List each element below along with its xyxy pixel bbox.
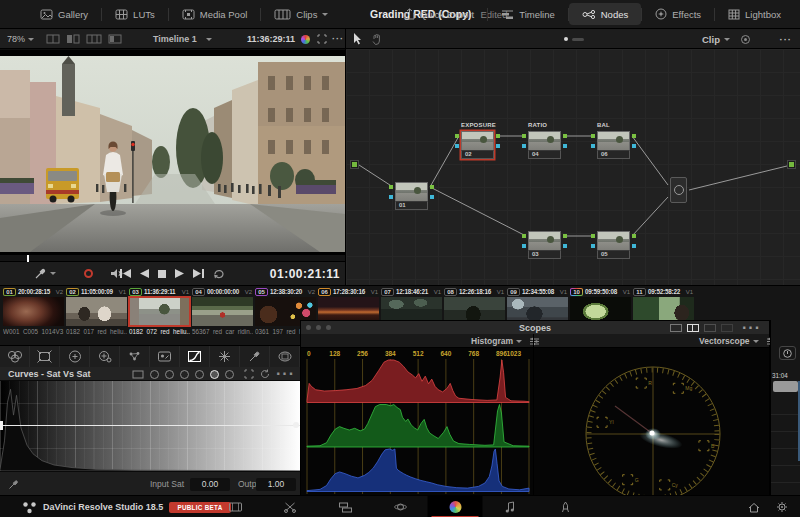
keyframe-info-button[interactable] <box>779 346 796 360</box>
magic-mask-tab[interactable] <box>150 346 180 367</box>
page-media[interactable] <box>208 496 263 517</box>
node-output-port[interactable] <box>563 234 567 238</box>
viewer-wipe-icons[interactable] <box>46 29 122 49</box>
node-mask-input-port[interactable] <box>591 144 595 148</box>
page-edit[interactable] <box>318 496 373 517</box>
expand-panel-icon[interactable] <box>244 369 254 379</box>
node-graph[interactable]: 01EXPOSURE02RATIO04BAL060305 <box>345 49 800 285</box>
sizing-tab[interactable] <box>30 346 60 367</box>
vectorscope-select[interactable]: Vectorscope <box>699 334 777 348</box>
node-mask-input-port[interactable] <box>591 244 595 248</box>
grab-still-button[interactable] <box>34 262 56 285</box>
node-mask-output-port[interactable] <box>563 244 567 248</box>
graph-input-node[interactable] <box>350 160 359 169</box>
page-cut[interactable] <box>263 496 318 517</box>
curve-left-handle[interactable] <box>0 421 3 430</box>
stop-button[interactable] <box>158 270 166 278</box>
clip-03[interactable]: 0311:36:29:11V10182_072_red_heliu... <box>129 287 190 335</box>
prev-clip-button[interactable] <box>120 269 131 278</box>
luts-button[interactable]: LUTs <box>102 0 168 28</box>
node-cache-icon[interactable] <box>740 34 751 45</box>
scopes-titlebar[interactable]: Scopes ··· <box>301 321 769 334</box>
color-wheels-tab[interactable] <box>0 346 30 367</box>
power-window-tab[interactable] <box>270 346 300 367</box>
hue-vs-hue-icon[interactable] <box>150 370 159 379</box>
viewer-options-menu[interactable]: ··· <box>332 29 344 49</box>
expand-viewer-icon[interactable] <box>317 29 327 49</box>
quick-export-button[interactable]: Quick Export <box>391 0 487 28</box>
single-scope-layout[interactable] <box>670 324 682 332</box>
node-output-port[interactable] <box>632 134 636 138</box>
node-mask-output-port[interactable] <box>632 244 636 248</box>
hdr-tab[interactable] <box>90 346 120 367</box>
project-manager-button[interactable] <box>748 496 760 517</box>
timeline-selector[interactable]: Timeline 1 <box>153 29 212 49</box>
highlight-toggle[interactable] <box>84 262 93 285</box>
input-sat-field[interactable]: 0.00 <box>190 472 230 496</box>
node-02[interactable]: EXPOSURE02 <box>461 131 494 159</box>
node-04[interactable]: RATIO04 <box>528 131 561 159</box>
node-06[interactable]: BAL06 <box>597 131 630 159</box>
graph-output-node[interactable] <box>787 160 796 169</box>
viewer-timecode[interactable]: 11:36:29:11 <box>247 29 308 49</box>
clip-04[interactable]: 0400:00:00:00V256367_red_car_ridin... <box>192 287 253 335</box>
tracker-tab[interactable] <box>120 346 150 367</box>
clip-thumbnail[interactable] <box>192 297 253 326</box>
node-mask-input-port[interactable] <box>455 144 459 148</box>
page-deliver[interactable] <box>538 496 593 517</box>
sat-vs-lum-icon[interactable] <box>225 370 234 379</box>
node-input-port[interactable] <box>389 185 393 189</box>
clip-thumbnail[interactable] <box>129 297 190 326</box>
node-01[interactable]: 01 <box>395 182 428 210</box>
custom-curve-icon[interactable] <box>132 370 144 379</box>
histogram-select[interactable]: Histogram <box>471 334 540 348</box>
curve-eyedropper[interactable] <box>8 472 19 496</box>
viewer-video[interactable] <box>0 50 345 255</box>
keyframe-scroll-thumb[interactable] <box>773 381 798 392</box>
viewer-jog-bar[interactable] <box>0 255 345 262</box>
node-output-port[interactable] <box>496 134 500 138</box>
curve-line[interactable] <box>0 425 300 426</box>
node-output-port[interactable] <box>632 234 636 238</box>
dual-scope-layout[interactable] <box>687 324 699 332</box>
node-mode-select[interactable]: Clip <box>702 29 751 49</box>
graph-scroll-indicator[interactable] <box>564 29 584 49</box>
effects-button[interactable]: Effects <box>642 0 714 28</box>
sat-vs-sat-icon[interactable] <box>210 370 219 379</box>
qualifier-tab[interactable] <box>240 346 270 367</box>
nodes-button[interactable]: Nodes <box>569 3 641 25</box>
next-clip-button[interactable] <box>193 269 204 278</box>
color-match-tab[interactable] <box>60 346 90 367</box>
page-fusion[interactable] <box>373 496 428 517</box>
node-mask-input-port[interactable] <box>389 195 393 199</box>
node-mask-input-port[interactable] <box>522 144 526 148</box>
curves-tab[interactable] <box>180 346 210 367</box>
node-mask-output-port[interactable] <box>430 195 434 199</box>
clip-thumbnail[interactable] <box>66 297 127 326</box>
page-fairlight[interactable] <box>483 496 538 517</box>
node-input-port[interactable] <box>522 234 526 238</box>
hue-vs-sat-icon[interactable] <box>165 370 174 379</box>
lum-vs-sat-icon[interactable] <box>195 370 204 379</box>
project-settings-button[interactable] <box>776 496 788 517</box>
node-input-port[interactable] <box>591 234 595 238</box>
node-output-port[interactable] <box>430 185 434 189</box>
hue-vs-lum-icon[interactable] <box>180 370 189 379</box>
histogram-settings-icon[interactable] <box>529 337 540 346</box>
timeline-button[interactable]: Timeline <box>488 0 568 28</box>
node-03[interactable]: 03 <box>528 231 561 259</box>
grid-scope-layout[interactable] <box>721 324 733 332</box>
loop-button[interactable] <box>213 269 225 279</box>
clip-01[interactable]: 0120:00:28:15V2W001_C005_1014V3_... <box>3 287 64 335</box>
node-output-port[interactable] <box>563 134 567 138</box>
playhead[interactable] <box>27 255 29 262</box>
blur-tab[interactable] <box>210 346 240 367</box>
gallery-button[interactable]: Gallery <box>27 0 101 28</box>
page-color[interactable] <box>428 496 483 517</box>
play-button[interactable] <box>175 269 184 278</box>
node-mask-output-port[interactable] <box>496 144 500 148</box>
node-mask-output-port[interactable] <box>563 144 567 148</box>
media-pool-button[interactable]: Media Pool <box>169 0 261 28</box>
curve-right-handle[interactable] <box>293 422 299 428</box>
sat-vs-sat-curve-editor[interactable] <box>0 381 300 471</box>
